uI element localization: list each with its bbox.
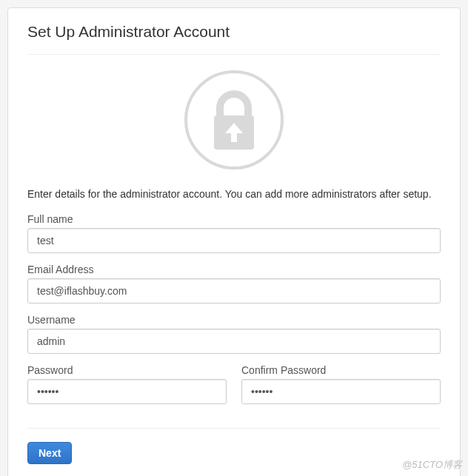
confirm-password-label: Confirm Password xyxy=(241,364,441,376)
password-label: Password xyxy=(27,364,227,376)
lock-illustration xyxy=(27,70,441,170)
email-label: Email Address xyxy=(27,264,441,275)
divider-top xyxy=(27,54,441,55)
lock-icon xyxy=(184,70,284,170)
username-label: Username xyxy=(27,314,441,326)
username-input[interactable] xyxy=(27,329,441,354)
divider-bottom xyxy=(27,428,441,429)
email-input[interactable] xyxy=(27,278,441,304)
instructions-text: Enter details for the administrator acco… xyxy=(27,188,441,200)
next-button[interactable]: Next xyxy=(27,442,72,464)
password-input[interactable] xyxy=(27,379,227,404)
fullname-label: Full name xyxy=(27,213,441,225)
setup-panel: Set Up Administrator Account Enter detai… xyxy=(7,7,461,476)
page-title: Set Up Administrator Account xyxy=(27,23,441,41)
confirm-password-input[interactable] xyxy=(241,379,441,404)
fullname-input[interactable] xyxy=(27,228,441,253)
watermark-text: @51CTO博客 xyxy=(402,458,462,472)
